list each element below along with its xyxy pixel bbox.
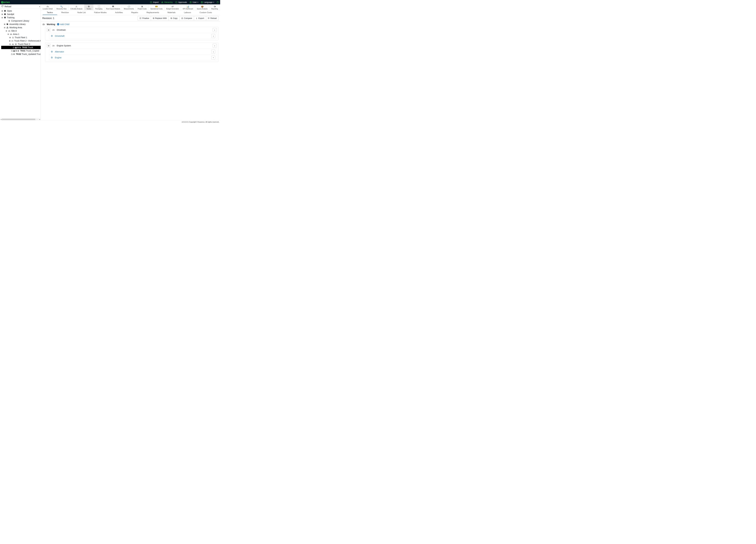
add-child-button[interactable]: + Add Child — [57, 23, 69, 26]
button-label: Replace With — [155, 17, 167, 19]
replace-with-button[interactable]: ⧉ Replace With — [151, 16, 169, 21]
hierarchy-label: Hierarchy — [164, 1, 173, 3]
subtab-labours[interactable]: Labours — [180, 10, 195, 15]
svg-rect-15 — [7, 28, 7, 28]
expand-actions-button[interactable]: ‹ — [211, 56, 215, 60]
subtab-replacements[interactable]: Replacements — [142, 10, 163, 15]
reload-button[interactable]: ⟳ Reload — [206, 16, 219, 21]
working-label: Working — [47, 23, 55, 26]
scroll-left-icon[interactable]: ◂ — [0, 119, 2, 120]
collapse-icon[interactable]: ⊟ — [1, 17, 3, 19]
tree-node-truck-fleet-3[interactable]: ⊟ 🗁 ⚙ Truck Fleet 3 — [1, 42, 41, 46]
subtab-tactics[interactable]: Tactics — [43, 10, 57, 15]
language-menu[interactable]: Language ▾ — [201, 1, 214, 3]
collapse-icon[interactable]: ⊟ — [5, 30, 7, 32]
tab-budget-generation[interactable]: 🏷 Budget Generation — [165, 4, 181, 10]
expand-actions-button[interactable]: ‹ — [213, 28, 217, 32]
subtab-custom-costs[interactable]: Custom Costs — [195, 10, 216, 15]
app-logo: ⦿ orien — [1, 1, 10, 4]
expand-icon[interactable]: ⊞ — [9, 40, 10, 42]
collapse-toggle[interactable]: ⊟ — [47, 44, 50, 47]
folder-open-icon: 🗁 — [52, 29, 55, 31]
expand-icon[interactable]: ⊞ — [4, 23, 5, 25]
hierarchy-icon — [161, 1, 163, 3]
collapse-icon[interactable]: ⊟ — [4, 27, 5, 29]
subtab-revision[interactable]: Revision — [57, 10, 73, 15]
tab-packaging[interactable]: ⛶ Packaging — [93, 4, 104, 10]
tab-tactics[interactable]: ⚙ Tactics — [84, 4, 93, 10]
user-label: User — [193, 1, 197, 3]
item-link[interactable]: Driveshaft — [55, 35, 64, 37]
tree-node-sandpit[interactable]: ⊞ Sandpit — [1, 13, 41, 16]
collapse-icon[interactable]: ⊟ — [9, 43, 11, 45]
tab-root-cause[interactable]: 🛠 Root Cause Analysis — [104, 4, 122, 10]
approvals-button[interactable]: Approvals — [175, 1, 187, 3]
expand-icon[interactable]: ⊞ — [1, 13, 3, 15]
import-button[interactable]: Import — [150, 1, 159, 3]
subtab-activities[interactable]: Activities — [111, 10, 127, 15]
scrollbar-track[interactable] — [2, 119, 39, 120]
subtab-repairs[interactable]: Repairs — [127, 10, 142, 15]
tree-node-tk03[interactable]: 🗀 ▦ ⚙ 🗎 TK03Truck — [1, 46, 41, 49]
tree-node-site-a[interactable]: ⊟ 🗁 Site A — [1, 29, 41, 33]
tree-node-training[interactable]: ⊟ Training — [1, 16, 41, 19]
tree-node-opex[interactable]: ⊞ Opex — [1, 9, 41, 13]
sidebar-toolbar: Reload ‹‹ — [0, 4, 41, 9]
compare-button[interactable]: ⚖ Compare — [179, 16, 194, 21]
copy-button[interactable]: ⧉ Copy — [169, 16, 179, 21]
chevron-down-icon: ▾ — [197, 1, 198, 3]
button-label: Export — [198, 17, 204, 19]
tab-spares-analysis[interactable]: 📦 Spares Analysis — [195, 4, 210, 10]
tree-node-truck-fleet-1[interactable]: ⊞ 🗀 Truck Fleet 1 — [1, 36, 41, 39]
tab-criticality-analysis[interactable]: ⚠ Criticality Analysis — [68, 4, 84, 10]
tree-node-tk02[interactable]: 🗀 ⚙ TK02Truck_Updated Truck — [1, 52, 41, 56]
subtab-node-list[interactable]: Node List — [73, 10, 90, 15]
tree-node-working-area[interactable]: ⊟ Working Area — [1, 26, 41, 29]
tab-label: Project Costs — [138, 8, 147, 10]
expand-icon[interactable]: ⊞ — [9, 37, 11, 39]
tag-icon: 🏷 — [172, 5, 174, 8]
tab-project-costs[interactable]: 🗎 Project Costs — [136, 4, 148, 10]
svg-point-13 — [4, 17, 6, 17]
expand-actions-button[interactable]: ‹ — [211, 34, 215, 38]
help-button[interactable] — [217, 1, 219, 3]
tab-operational-costs[interactable]: 💳 Operational Costs — [149, 4, 165, 10]
scrollbar-thumb[interactable] — [2, 119, 35, 120]
tab-reporting[interactable]: ◔ Reporting — [210, 4, 220, 10]
item-link[interactable]: Engine — [55, 56, 62, 59]
collapse-icon[interactable]: ⊟ — [7, 33, 9, 35]
finalise-button[interactable]: ☑ Finalise — [138, 16, 151, 21]
tab-kpi-dashboard[interactable]: 📊 KPI Dashboard — [181, 4, 195, 10]
sidebar-reload-button[interactable]: Reload — [1, 5, 11, 8]
sidebar-horizontal-scrollbar[interactable]: ◂ ▸ — [0, 118, 41, 120]
document-icon: 🗎 — [141, 5, 143, 8]
expand-actions-button[interactable]: ‹ — [213, 44, 217, 48]
tree-node-component-library[interactable]: ⚙ Component Library — [1, 19, 41, 23]
tree-node-tk01[interactable]: 🗀 ▦ ⚙ 🗎 TK01Truck_Copied — [1, 49, 41, 52]
collapse-toggle[interactable]: ⊟ — [47, 28, 50, 32]
database-icon — [4, 13, 6, 15]
sub-tabs: Tactics Revision Node List Failure Modes… — [41, 10, 220, 15]
tree-node-area-1[interactable]: ⊟ 🗁 Area 1 — [1, 33, 41, 36]
import-label: Import — [153, 1, 159, 3]
export-button[interactable]: ⤓ Export — [194, 16, 206, 21]
tab-label: Hierarchy View — [56, 8, 67, 10]
scroll-right-icon[interactable]: ▸ — [39, 119, 41, 120]
item-link[interactable]: Alternator — [55, 51, 64, 53]
subtab-failure-modes[interactable]: Failure Modes — [90, 10, 111, 15]
tree-node-assembly-library[interactable]: ⊞ Assembly Library — [1, 23, 41, 26]
tree-node-truck-fleet-2[interactable]: ⊞ 🗀 Truck Fleet 2 - Referenced Asset — [1, 39, 41, 42]
subtab-materials[interactable]: Materials — [163, 10, 180, 15]
group-header: ⊟ 🗁 Drivetrain ‹ — [45, 27, 218, 33]
tab-location-detail[interactable]: 🗀 Location Detail — [41, 4, 55, 10]
expand-actions-button[interactable]: ‹ — [211, 50, 215, 54]
user-menu[interactable]: User ▾ — [189, 1, 198, 3]
tab-measurements[interactable]: 🕑 Measurements — [122, 4, 136, 10]
node-icons: 🗀 ⚙ — [11, 53, 15, 55]
hierarchy-button[interactable]: Hierarchy — [161, 1, 173, 3]
expand-icon[interactable]: ⊞ — [1, 10, 3, 12]
folder-icon: 🗀 — [11, 40, 13, 42]
logo-mark-icon: ⦿ — [1, 1, 3, 3]
tab-hierarchy-view[interactable]: 🔍 Hierarchy View — [55, 4, 68, 10]
chevron-left-icon: ‹ — [214, 45, 215, 47]
